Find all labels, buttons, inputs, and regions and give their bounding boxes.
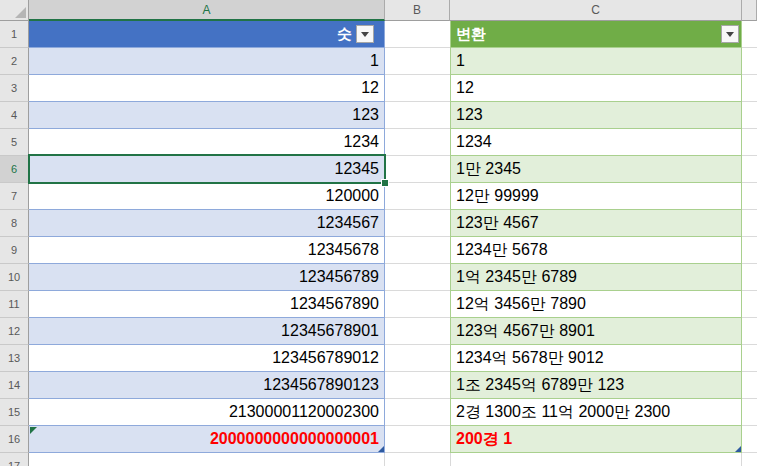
cell-B6[interactable] xyxy=(385,156,450,183)
cell-B1[interactable] xyxy=(385,21,450,48)
cell-A17[interactable] xyxy=(29,453,385,466)
cell-B3[interactable] xyxy=(385,75,450,102)
cell-D5[interactable] xyxy=(742,129,757,156)
table-header-label: 변환 xyxy=(456,25,717,44)
spreadsheet: ABC1234567891011121314151617숫변환111212123… xyxy=(0,0,757,466)
row-header-6[interactable]: 6 xyxy=(0,156,29,183)
cell-C7[interactable]: 12만 99999 xyxy=(450,183,742,210)
cell-C17[interactable] xyxy=(450,453,742,466)
cell-A10[interactable]: 123456789 xyxy=(29,264,385,291)
row-header-8[interactable]: 8 xyxy=(0,210,29,237)
cell-C6[interactable]: 1만 2345 xyxy=(450,156,742,183)
cell-D2[interactable] xyxy=(742,48,757,75)
cell-C4[interactable]: 123 xyxy=(450,102,742,129)
cell-A4[interactable]: 123 xyxy=(29,102,385,129)
cell-A1[interactable]: 숫 xyxy=(29,21,385,48)
cell-D12[interactable] xyxy=(742,318,757,345)
cell-C9[interactable]: 1234만 5678 xyxy=(450,237,742,264)
cell-B5[interactable] xyxy=(385,129,450,156)
cell-C3[interactable]: 12 xyxy=(450,75,742,102)
cell-C11[interactable]: 12억 3456만 7890 xyxy=(450,291,742,318)
cell-C5[interactable]: 1234 xyxy=(450,129,742,156)
cell-C14[interactable]: 1조 2345억 6789만 123 xyxy=(450,372,742,399)
cell-D13[interactable] xyxy=(742,345,757,372)
row-header-13[interactable]: 13 xyxy=(0,345,29,372)
cell-A8[interactable]: 1234567 xyxy=(29,210,385,237)
cell-C12[interactable]: 123억 4567만 8901 xyxy=(450,318,742,345)
cell-A13[interactable]: 123456789012 xyxy=(29,345,385,372)
cell-B8[interactable] xyxy=(385,210,450,237)
cell-A7[interactable]: 120000 xyxy=(29,183,385,210)
cell-A12[interactable]: 12345678901 xyxy=(29,318,385,345)
cell-D6[interactable] xyxy=(742,156,757,183)
row-number: 3 xyxy=(11,82,17,94)
cell-C10[interactable]: 1억 2345만 6789 xyxy=(450,264,742,291)
cell-D14[interactable] xyxy=(742,372,757,399)
cell-D1[interactable] xyxy=(742,21,757,48)
cell-A2[interactable]: 1 xyxy=(29,48,385,75)
cell-value: 1 xyxy=(370,52,379,70)
cell-A14[interactable]: 1234567890123 xyxy=(29,372,385,399)
cell-A5[interactable]: 1234 xyxy=(29,129,385,156)
row-header-15[interactable]: 15 xyxy=(0,399,29,426)
cell-A11[interactable]: 1234567890 xyxy=(29,291,385,318)
cell-C13[interactable]: 1234억 5678만 9012 xyxy=(450,345,742,372)
row-header-11[interactable]: 11 xyxy=(0,291,29,318)
cell-D15[interactable] xyxy=(742,399,757,426)
cell-A3[interactable]: 12 xyxy=(29,75,385,102)
cell-D10[interactable] xyxy=(742,264,757,291)
select-all-icon xyxy=(15,7,26,18)
row-header-17[interactable]: 17 xyxy=(0,453,29,466)
column-header-C[interactable]: C xyxy=(450,0,742,21)
row-header-7[interactable]: 7 xyxy=(0,183,29,210)
row-header-16[interactable]: 16 xyxy=(0,426,29,453)
filter-dropdown-button-C[interactable] xyxy=(721,25,739,43)
row-header-4[interactable]: 4 xyxy=(0,102,29,129)
row-header-14[interactable]: 14 xyxy=(0,372,29,399)
table-resize-handle-icon[interactable] xyxy=(378,446,384,452)
fill-handle[interactable] xyxy=(381,179,389,187)
column-header-A[interactable]: A xyxy=(29,0,385,21)
cell-B9[interactable] xyxy=(385,237,450,264)
cell-D7[interactable] xyxy=(742,183,757,210)
row-header-5[interactable]: 5 xyxy=(0,129,29,156)
cell-B7[interactable] xyxy=(385,183,450,210)
cell-D8[interactable] xyxy=(742,210,757,237)
row-header-10[interactable]: 10 xyxy=(0,264,29,291)
cell-D16[interactable] xyxy=(742,426,757,453)
column-header-D[interactable] xyxy=(742,0,757,21)
cell-B15[interactable] xyxy=(385,399,450,426)
table-resize-handle-icon[interactable] xyxy=(735,446,741,452)
cell-C2[interactable]: 1 xyxy=(450,48,742,75)
row-header-2[interactable]: 2 xyxy=(0,48,29,75)
cell-D11[interactable] xyxy=(742,291,757,318)
cell-C8[interactable]: 123만 4567 xyxy=(450,210,742,237)
cell-B10[interactable] xyxy=(385,264,450,291)
row-header-9[interactable]: 9 xyxy=(0,237,29,264)
cell-D4[interactable] xyxy=(742,102,757,129)
cell-C15[interactable]: 2경 1300조 11억 2000만 2300 xyxy=(450,399,742,426)
cell-B13[interactable] xyxy=(385,345,450,372)
select-all-button[interactable] xyxy=(0,0,29,21)
cell-B12[interactable] xyxy=(385,318,450,345)
cell-D9[interactable] xyxy=(742,237,757,264)
cell-B4[interactable] xyxy=(385,102,450,129)
row-header-1[interactable]: 1 xyxy=(0,21,29,48)
cell-C1[interactable]: 변환 xyxy=(450,21,742,48)
cell-B2[interactable] xyxy=(385,48,450,75)
cell-B17[interactable] xyxy=(385,453,450,466)
cell-B11[interactable] xyxy=(385,291,450,318)
filter-dropdown-button-A[interactable] xyxy=(356,25,374,43)
column-header-B[interactable]: B xyxy=(385,0,450,21)
cell-B14[interactable] xyxy=(385,372,450,399)
cell-B16[interactable] xyxy=(385,426,450,453)
cell-D17[interactable] xyxy=(742,453,757,466)
cell-D3[interactable] xyxy=(742,75,757,102)
row-header-12[interactable]: 12 xyxy=(0,318,29,345)
row-header-3[interactable]: 3 xyxy=(0,75,29,102)
cell-A6[interactable]: 12345 xyxy=(29,156,385,183)
cell-C16[interactable]: 200경 1 xyxy=(450,426,742,453)
cell-A15[interactable]: 21300001120002300 xyxy=(29,399,385,426)
cell-A9[interactable]: 12345678 xyxy=(29,237,385,264)
cell-A16[interactable]: 2000000000000000001 xyxy=(29,426,385,453)
